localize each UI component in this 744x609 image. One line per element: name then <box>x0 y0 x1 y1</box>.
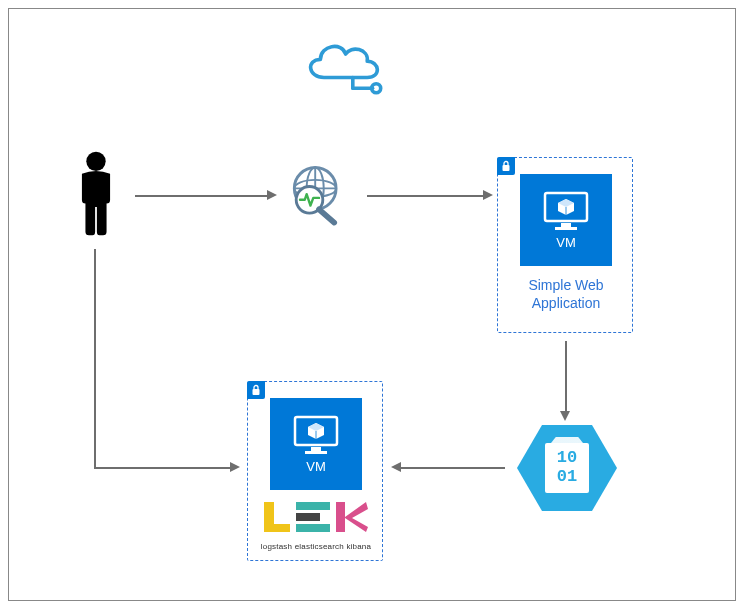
svg-rect-16 <box>305 451 327 454</box>
elk-letters-icon <box>260 500 372 536</box>
svg-rect-13 <box>253 389 260 395</box>
svg-rect-15 <box>311 447 321 451</box>
binary-data-icon: 10 01 <box>545 443 589 493</box>
bits-row-top: 10 <box>557 449 577 468</box>
vm-label: VM <box>306 459 326 474</box>
vm-elk-container: VM logstash elasticsearch kibana <box>247 381 383 561</box>
user-icon <box>69 149 123 237</box>
svg-rect-19 <box>296 502 330 510</box>
diagram-canvas: VM Simple Web Application VM <box>8 8 736 601</box>
svg-line-8 <box>319 209 334 222</box>
vm-tile-webapp: VM <box>520 174 612 266</box>
lock-icon <box>497 157 515 175</box>
svg-rect-21 <box>296 524 330 532</box>
vm-monitor-icon <box>293 415 339 455</box>
vm-webapp-container: VM Simple Web Application <box>497 157 633 333</box>
vm-tile-elk: VM <box>270 398 362 490</box>
elk-logo: logstash elasticsearch kibana <box>260 500 372 551</box>
svg-rect-9 <box>503 165 510 171</box>
svg-rect-12 <box>555 227 577 230</box>
vm-label: VM <box>556 235 576 250</box>
elk-sub-elasticsearch: elasticsearch <box>295 542 344 551</box>
bits-row-bottom: 01 <box>557 468 577 487</box>
data-hexagon: 10 01 <box>517 425 617 511</box>
elk-sub-kibana: kibana <box>346 542 371 551</box>
elk-sub-logstash: logstash <box>261 542 292 551</box>
lock-icon <box>247 381 265 399</box>
svg-rect-11 <box>561 223 571 227</box>
svg-rect-22 <box>336 502 345 532</box>
vm-monitor-icon <box>543 191 589 231</box>
svg-rect-20 <box>296 513 320 521</box>
svg-marker-23 <box>345 502 368 532</box>
web-search-icon <box>281 161 357 231</box>
elk-subtitle: logstash elasticsearch kibana <box>260 542 372 551</box>
svg-point-1 <box>86 152 105 171</box>
svg-point-0 <box>372 84 381 93</box>
vm-webapp-caption: Simple Web Application <box>498 276 634 312</box>
svg-rect-18 <box>264 524 290 532</box>
cloud-icon <box>297 31 387 97</box>
